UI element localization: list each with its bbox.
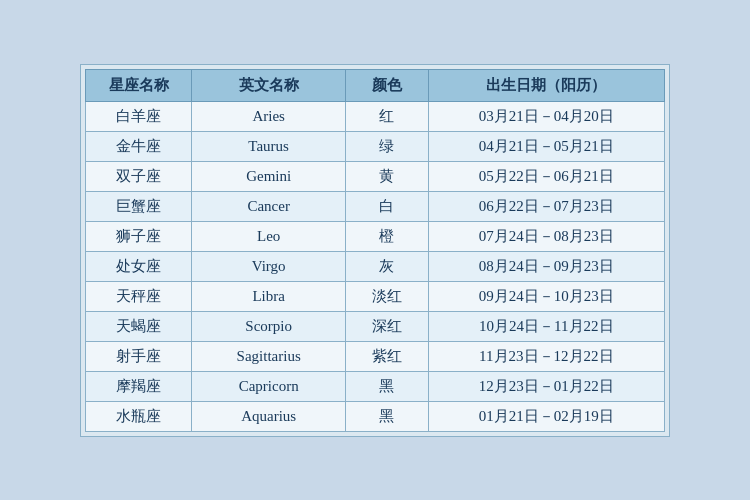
header-english: 英文名称 — [192, 69, 346, 101]
cell-date: 12月23日－01月22日 — [428, 371, 664, 401]
cell-color: 白 — [345, 191, 428, 221]
header-date: 出生日期（阳历） — [428, 69, 664, 101]
cell-chinese: 天蝎座 — [86, 311, 192, 341]
cell-english: Libra — [192, 281, 346, 311]
cell-date: 11月23日－12月22日 — [428, 341, 664, 371]
cell-chinese: 白羊座 — [86, 101, 192, 131]
cell-date: 04月21日－05月21日 — [428, 131, 664, 161]
cell-color: 黄 — [345, 161, 428, 191]
cell-date: 03月21日－04月20日 — [428, 101, 664, 131]
cell-color: 灰 — [345, 251, 428, 281]
table-row: 天秤座Libra淡红09月24日－10月23日 — [86, 281, 665, 311]
cell-chinese: 摩羯座 — [86, 371, 192, 401]
table-row: 金牛座Taurus绿04月21日－05月21日 — [86, 131, 665, 161]
table-row: 天蝎座Scorpio深红10月24日－11月22日 — [86, 311, 665, 341]
zodiac-table-container: 星座名称 英文名称 颜色 出生日期（阳历） 白羊座Aries红03月21日－04… — [80, 64, 670, 437]
table-row: 水瓶座Aquarius黑01月21日－02月19日 — [86, 401, 665, 431]
cell-chinese: 金牛座 — [86, 131, 192, 161]
cell-color: 深红 — [345, 311, 428, 341]
cell-english: Sagittarius — [192, 341, 346, 371]
table-row: 白羊座Aries红03月21日－04月20日 — [86, 101, 665, 131]
cell-chinese: 处女座 — [86, 251, 192, 281]
header-color: 颜色 — [345, 69, 428, 101]
cell-date: 07月24日－08月23日 — [428, 221, 664, 251]
cell-english: Capricorn — [192, 371, 346, 401]
cell-color: 橙 — [345, 221, 428, 251]
cell-english: Taurus — [192, 131, 346, 161]
cell-color: 紫红 — [345, 341, 428, 371]
cell-english: Aquarius — [192, 401, 346, 431]
cell-english: Gemini — [192, 161, 346, 191]
table-row: 射手座Sagittarius紫红11月23日－12月22日 — [86, 341, 665, 371]
cell-color: 黑 — [345, 371, 428, 401]
table-header-row: 星座名称 英文名称 颜色 出生日期（阳历） — [86, 69, 665, 101]
table-row: 巨蟹座Cancer白06月22日－07月23日 — [86, 191, 665, 221]
cell-english: Leo — [192, 221, 346, 251]
table-row: 双子座Gemini黄05月22日－06月21日 — [86, 161, 665, 191]
cell-english: Cancer — [192, 191, 346, 221]
cell-color: 绿 — [345, 131, 428, 161]
cell-chinese: 水瓶座 — [86, 401, 192, 431]
cell-chinese: 天秤座 — [86, 281, 192, 311]
cell-english: Scorpio — [192, 311, 346, 341]
cell-color: 黑 — [345, 401, 428, 431]
cell-date: 10月24日－11月22日 — [428, 311, 664, 341]
table-row: 处女座Virgo灰08月24日－09月23日 — [86, 251, 665, 281]
cell-chinese: 巨蟹座 — [86, 191, 192, 221]
cell-color: 淡红 — [345, 281, 428, 311]
cell-chinese: 双子座 — [86, 161, 192, 191]
cell-chinese: 射手座 — [86, 341, 192, 371]
cell-date: 06月22日－07月23日 — [428, 191, 664, 221]
cell-date: 05月22日－06月21日 — [428, 161, 664, 191]
table-row: 摩羯座Capricorn黑12月23日－01月22日 — [86, 371, 665, 401]
table-body: 白羊座Aries红03月21日－04月20日金牛座Taurus绿04月21日－0… — [86, 101, 665, 431]
cell-date: 09月24日－10月23日 — [428, 281, 664, 311]
table-row: 狮子座Leo橙07月24日－08月23日 — [86, 221, 665, 251]
cell-chinese: 狮子座 — [86, 221, 192, 251]
zodiac-table: 星座名称 英文名称 颜色 出生日期（阳历） 白羊座Aries红03月21日－04… — [85, 69, 665, 432]
cell-english: Aries — [192, 101, 346, 131]
cell-date: 08月24日－09月23日 — [428, 251, 664, 281]
header-chinese: 星座名称 — [86, 69, 192, 101]
cell-english: Virgo — [192, 251, 346, 281]
cell-date: 01月21日－02月19日 — [428, 401, 664, 431]
cell-color: 红 — [345, 101, 428, 131]
